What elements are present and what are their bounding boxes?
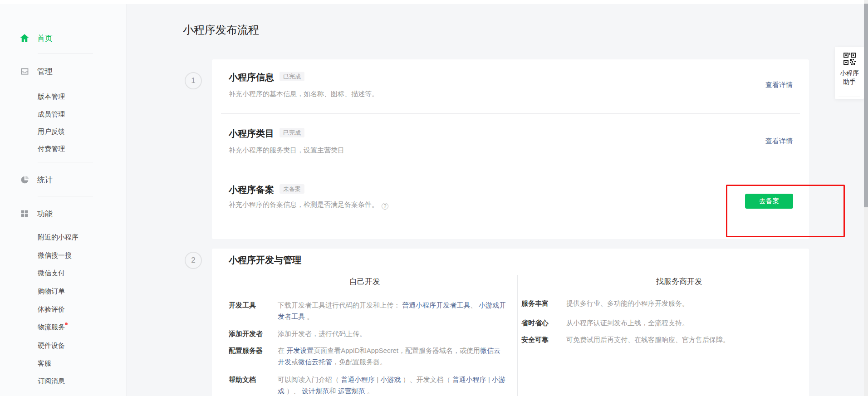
dev-row-text: 可以阅读入门介绍（ 普通小程序 | 小游戏 ）、开发文档（ 普通小程序 | 小游… xyxy=(278,374,507,396)
step-description-text: 补充小程序的基本信息，如名称、图标、描述等。 xyxy=(229,90,378,98)
sidebar-section-label: 功能 xyxy=(37,209,53,219)
view-details-link[interactable]: 查看详情 xyxy=(765,137,793,146)
scrollbar-thumb[interactable] xyxy=(864,4,868,207)
top-bar xyxy=(0,0,868,4)
inline-link[interactable]: 小游戏 xyxy=(380,376,401,383)
sidebar-item[interactable]: 客服 xyxy=(38,357,51,369)
step-row-title-wrap: 小程序类目已完成 xyxy=(229,127,304,140)
view-details-link[interactable]: 查看详情 xyxy=(765,81,793,89)
sidebar-section-manage[interactable]: 管理 xyxy=(20,63,53,79)
row-divider xyxy=(221,113,800,114)
page-title: 小程序发布流程 xyxy=(183,23,259,37)
inline-text: 可免费试用后再支付、在线客服响应、官方售后保障。 xyxy=(566,336,730,343)
dev-row-label: 服务丰富 xyxy=(521,298,549,309)
dev-row-label: 开发工具 xyxy=(229,299,256,311)
step-title: 小程序备案 xyxy=(229,185,274,195)
status-badge: 已完成 xyxy=(280,128,304,137)
inline-link[interactable]: 运营规范 xyxy=(338,387,365,395)
sidebar-section-label: 首页 xyxy=(37,33,53,44)
sidebar-item[interactable]: 成员管理 xyxy=(38,108,65,120)
grid-icon xyxy=(20,209,29,219)
sidebar-item[interactable]: 附近的小程序 xyxy=(38,231,78,243)
inline-link[interactable]: 普通小程序 xyxy=(341,376,375,383)
sidebar-item[interactable]: 付费管理 xyxy=(38,143,65,155)
inline-link[interactable]: 开发设置 xyxy=(286,347,314,354)
sidebar-item[interactable]: 体验评价 xyxy=(38,303,65,315)
widget-divider xyxy=(839,97,860,97)
step-row-title-wrap: 小程序备案未备案 xyxy=(229,184,304,196)
self-dev-header: 自己开发 xyxy=(229,276,501,287)
inline-link[interactable]: 微信云托管 xyxy=(298,358,332,366)
inline-text: | xyxy=(486,376,492,383)
dev-row-label: 添加开发者 xyxy=(229,328,263,339)
inline-text: ）、 xyxy=(284,387,302,395)
dev-row-text: 提供多行业、多功能的小程序开发服务。 xyxy=(566,298,793,309)
inline-text: | xyxy=(375,376,380,383)
sidebar: 首页管理版本管理成员管理用户反馈付费管理统计功能附近的小程序微信搜一搜微信支付购… xyxy=(0,4,127,396)
go-filing-button[interactable]: 去备案 xyxy=(745,194,793,209)
sidebar-item[interactable]: 订阅消息 xyxy=(38,375,65,387)
inline-link[interactable]: 普通小程序开发者工具 xyxy=(402,301,470,309)
step-description-text: 补充小程序的备案信息，检测是否满足备案条件。 xyxy=(229,200,378,208)
dev-row-text: 添加开发者，进行代码上传。 xyxy=(278,328,507,339)
sidebar-item[interactable]: 用户反馈 xyxy=(38,126,65,137)
inline-text: 。 xyxy=(307,313,314,320)
inline-text: 从小程序认证到发布上线，全流程支持。 xyxy=(566,319,689,327)
inline-link[interactable]: 设计规范 xyxy=(302,387,329,395)
sidebar-section-label: 管理 xyxy=(37,66,53,77)
sidebar-section-stats[interactable]: 统计 xyxy=(20,171,53,188)
inline-text: 或 xyxy=(291,358,298,366)
inline-text: 和 xyxy=(329,387,338,395)
dev-row-label: 安全可靠 xyxy=(521,334,549,345)
dev-row-text: 从小程序认证到发布上线，全流程支持。 xyxy=(566,317,793,328)
dev-row-text: 可免费试用后再支付、在线客服响应、官方售后保障。 xyxy=(566,334,793,345)
sidebar-item[interactable]: 物流服务 xyxy=(38,321,65,333)
home-icon xyxy=(20,33,29,43)
inline-text: 下载开发者工具进行代码的开发和上传： xyxy=(278,301,402,309)
step-title: 小程序类目 xyxy=(229,128,274,138)
sidebar-divider xyxy=(38,196,93,196)
step-title: 小程序信息 xyxy=(229,72,274,82)
widget-label-line1: 小程序 xyxy=(835,69,864,78)
inline-text: ）、开发文档（ xyxy=(401,376,452,383)
column-divider xyxy=(517,275,518,396)
status-badge: 未备案 xyxy=(280,184,304,194)
inline-text: 。 xyxy=(365,387,374,395)
sidebar-section-features[interactable]: 功能 xyxy=(20,205,53,222)
page-scrollbar[interactable] xyxy=(864,0,868,396)
dev-row-label: 帮助文档 xyxy=(229,374,256,385)
sidebar-item[interactable]: 购物订单 xyxy=(38,285,65,297)
sidebar-item[interactable]: 微信搜一搜 xyxy=(38,249,72,261)
pie-icon xyxy=(20,175,29,185)
inline-text: 、 xyxy=(470,301,479,309)
step-row-title-wrap: 小程序信息已完成 xyxy=(229,71,304,83)
step-description: 补充小程序的服务类目，设置主营类目 xyxy=(229,146,344,155)
inline-text: ，免配置服务器。 xyxy=(332,358,387,366)
dev-row-label: 配置服务器 xyxy=(229,345,263,356)
mini-program-assistant-widget[interactable]: 小程序 助手 xyxy=(835,47,864,99)
dev-section-title: 小程序开发与管理 xyxy=(229,254,301,266)
inline-link[interactable]: 普通小程序 xyxy=(452,376,486,383)
inline-text: 页面查看AppID和AppSecret，配置服务器域名，或使用 xyxy=(314,347,480,354)
sidebar-section-home[interactable]: 首页 xyxy=(20,30,53,46)
vendor-dev-header: 找服务商开发 xyxy=(539,276,820,287)
help-icon[interactable]: ? xyxy=(382,203,388,210)
step-number-2: 2 xyxy=(185,252,202,269)
inline-text: 在 xyxy=(278,347,286,354)
inline-text: 提供多行业、多功能的小程序开发服务。 xyxy=(566,299,689,307)
widget-label-line2: 助手 xyxy=(835,78,864,86)
sidebar-item[interactable]: 版本管理 xyxy=(38,91,65,103)
sidebar-section-label: 统计 xyxy=(37,175,53,185)
sidebar-item[interactable]: 硬件设备 xyxy=(38,340,65,352)
dev-row-label: 省时省心 xyxy=(521,317,549,328)
sidebar-item[interactable]: 微信支付 xyxy=(38,267,65,279)
row-divider xyxy=(221,164,800,164)
step-description: 补充小程序的基本信息，如名称、图标、描述等。 xyxy=(229,90,378,98)
qr-code-icon xyxy=(843,53,856,65)
dev-manage-card: 小程序开发与管理 自己开发 找服务商开发 开发工具下载开发者工具进行代码的开发和… xyxy=(212,249,809,396)
dev-row-text: 在 开发设置页面查看AppID和AppSecret，配置服务器域名，或使用微信云… xyxy=(278,345,507,367)
status-badge: 已完成 xyxy=(280,72,304,81)
inbox-icon xyxy=(20,66,29,76)
publish-steps-card: 小程序信息已完成补充小程序的基本信息，如名称、图标、描述等。查看详情小程序类目已… xyxy=(212,59,809,239)
step-description-text: 补充小程序的服务类目，设置主营类目 xyxy=(229,146,344,154)
